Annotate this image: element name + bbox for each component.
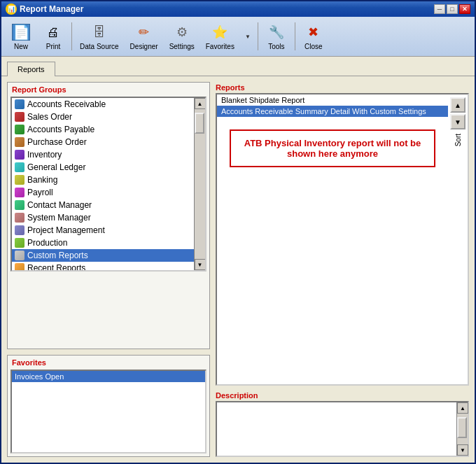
payroll-icon xyxy=(15,188,24,197)
title-bar: 📊 Report Manager ─ □ ✕ xyxy=(1,1,475,17)
favorites-header: Favorites xyxy=(8,356,209,370)
scroll-track xyxy=(195,109,205,259)
tools-label: Tools xyxy=(268,43,284,50)
favorites-label: Favorites xyxy=(206,43,234,50)
toolbar-separator-2 xyxy=(258,22,258,50)
tools-icon: 🔧 xyxy=(267,22,286,42)
favorites-icon: ⭐ xyxy=(210,22,230,42)
left-panel: Report Groups Accounts Receivable Sales … xyxy=(7,82,210,457)
accounts-payable-icon xyxy=(15,125,24,134)
favorites-panel: Favorites Invoices Open xyxy=(7,355,210,457)
group-item-ap[interactable]: Accounts Payable xyxy=(12,123,194,136)
tab-area: Reports xyxy=(1,57,475,76)
production-icon xyxy=(15,238,24,248)
groups-scrollbar[interactable]: ▲ ▼ xyxy=(194,98,205,270)
designer-button[interactable]: ✏ Designer xyxy=(125,20,163,53)
favorites-list-area: Invoices Open xyxy=(10,370,206,454)
tools-button[interactable]: 🔧 Tools xyxy=(261,20,292,53)
description-box: ▲ ▼ xyxy=(216,401,469,457)
main-content: Report Groups Accounts Receivable Sales … xyxy=(1,76,475,463)
sort-up-button[interactable]: ▲ xyxy=(450,97,465,113)
general-ledger-icon xyxy=(15,162,24,172)
main-window: 📊 Report Manager ─ □ ✕ 📄 New 🖨 Print 🗄 D… xyxy=(0,0,476,464)
window-title: Report Manager xyxy=(20,4,434,14)
recent-reports-icon xyxy=(15,263,24,270)
group-item-pm[interactable]: Project Management xyxy=(12,224,194,237)
designer-icon: ✏ xyxy=(134,22,154,42)
group-item-gl[interactable]: General Ledger xyxy=(12,161,194,174)
atb-notice-container: ATB Physical Inventory report will not b… xyxy=(217,117,448,180)
sales-order-icon xyxy=(15,112,24,122)
banking-icon xyxy=(15,175,24,185)
contact-manager-icon xyxy=(15,200,24,210)
group-item-so[interactable]: Sales Order xyxy=(12,111,194,123)
new-button[interactable]: 📄 New xyxy=(6,20,36,53)
scroll-up-button[interactable]: ▲ xyxy=(195,98,206,109)
description-section: Description ▲ ▼ xyxy=(216,390,469,457)
right-panel: Reports Blanket Shipdate Report Accounts… xyxy=(216,82,469,457)
group-item-bank[interactable]: Banking xyxy=(12,174,194,186)
report-item-ar-summary[interactable]: Accounts Receivable Summary Detail With … xyxy=(217,106,448,117)
settings-button[interactable]: ⚙ Settings xyxy=(164,20,200,53)
project-management-icon xyxy=(15,225,24,235)
desc-scroll-down-button[interactable]: ▼ xyxy=(457,444,468,456)
group-item-pay[interactable]: Payroll xyxy=(12,186,194,199)
print-icon: 🖨 xyxy=(43,22,63,42)
sort-down-button[interactable]: ▼ xyxy=(450,114,465,129)
groups-list: Accounts Receivable Sales Order Accounts… xyxy=(12,98,194,270)
favorite-item-invoices-open[interactable]: Invoices Open xyxy=(12,371,205,382)
favorites-list: Invoices Open xyxy=(12,371,205,382)
group-item-rr[interactable]: Recent Reports xyxy=(12,262,194,270)
description-scrollbar[interactable]: ▲ ▼ xyxy=(456,402,468,456)
group-item-cm[interactable]: Contact Manager xyxy=(12,199,194,211)
scroll-down-button[interactable]: ▼ xyxy=(195,259,206,270)
reports-list: Blanket Shipdate Report Accounts Receiva… xyxy=(217,94,448,117)
report-groups-panel: Report Groups Accounts Receivable Sales … xyxy=(7,82,210,349)
print-button[interactable]: 🖨 Print xyxy=(38,20,69,53)
group-item-ar[interactable]: Accounts Receivable xyxy=(12,98,194,111)
datasource-icon: 🗄 xyxy=(90,22,109,42)
desc-scroll-thumb[interactable] xyxy=(457,417,467,438)
toolbar-separator-1 xyxy=(71,22,72,50)
favorites-button[interactable]: ⭐ Favorites xyxy=(201,20,239,53)
description-header: Description xyxy=(216,390,469,401)
close-icon: ✖ xyxy=(304,22,323,42)
atb-notice: ATB Physical Inventory report will not b… xyxy=(230,129,435,167)
group-item-prod[interactable]: Production xyxy=(12,237,194,249)
favorites-dropdown[interactable]: ▼ xyxy=(241,31,255,42)
close-button[interactable]: ✖ Close xyxy=(298,20,329,53)
sort-area: ▲ ▼ Sort xyxy=(448,94,468,384)
datasource-label: Data Source xyxy=(80,43,119,50)
group-item-po[interactable]: Purchase Order xyxy=(12,136,194,148)
accounts-receivable-icon xyxy=(15,99,24,109)
group-item-cr[interactable]: Custom Reports xyxy=(12,249,194,262)
title-bar-buttons: ─ □ ✕ xyxy=(434,4,470,14)
chevron-down-icon: ▼ xyxy=(245,34,251,40)
close-window-button[interactable]: ✕ xyxy=(459,4,470,14)
new-label: New xyxy=(14,43,28,50)
scroll-thumb[interactable] xyxy=(195,113,204,134)
new-icon: 📄 xyxy=(11,22,31,42)
sort-label: Sort xyxy=(454,134,462,146)
report-groups-header: Report Groups xyxy=(8,83,209,97)
tab-reports[interactable]: Reports xyxy=(7,62,55,76)
desc-scroll-up-button[interactable]: ▲ xyxy=(457,402,468,414)
reports-list-area: Blanket Shipdate Report Accounts Receiva… xyxy=(216,93,469,386)
reports-section-header: Reports xyxy=(216,82,469,93)
system-manager-icon xyxy=(15,213,24,223)
settings-label: Settings xyxy=(169,43,195,50)
group-item-sm[interactable]: System Manager xyxy=(12,211,194,224)
app-icon: 📊 xyxy=(6,3,17,15)
desc-scroll-track xyxy=(457,414,468,444)
designer-label: Designer xyxy=(130,43,158,50)
minimize-button[interactable]: ─ xyxy=(434,4,445,14)
report-item-blanket-shipdate[interactable]: Blanket Shipdate Report xyxy=(217,94,448,106)
custom-reports-icon xyxy=(15,251,24,260)
settings-icon: ⚙ xyxy=(172,22,192,42)
group-item-inv[interactable]: Inventory xyxy=(12,148,194,161)
datasource-button[interactable]: 🗄 Data Source xyxy=(75,20,124,53)
maximize-button[interactable]: □ xyxy=(447,4,458,14)
print-label: Print xyxy=(46,43,61,50)
purchase-order-icon xyxy=(15,137,24,147)
reports-list-inner: Blanket Shipdate Report Accounts Receiva… xyxy=(217,94,448,384)
